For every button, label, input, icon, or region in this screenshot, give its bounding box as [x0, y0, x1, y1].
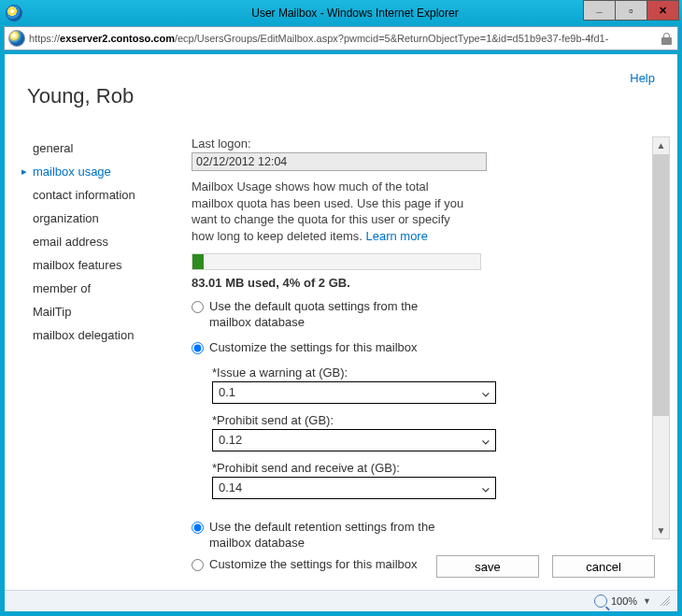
sidebar-item-general[interactable]: general	[23, 136, 168, 160]
quota-label-default: Use the default quota settings from the …	[209, 299, 452, 331]
address-bar[interactable]: https://exserver2.contoso.com/ecp/UsersG…	[4, 26, 678, 50]
sidebar-item-mailtip[interactable]: MailTip	[23, 300, 168, 323]
retention-option-default[interactable]: Use the default retention settings from …	[192, 520, 649, 552]
last-logon-label: Last logon:	[192, 136, 649, 150]
prohibit-sendrecv-select[interactable]: 0.14 ⌵	[212, 477, 496, 499]
chevron-down-icon: ⌵	[482, 385, 490, 399]
quota-label-custom: Customize the settings for this mailbox	[209, 340, 452, 356]
usage-summary: 83.01 MB used, 4% of 2 GB.	[192, 276, 649, 290]
address-url[interactable]: https://exserver2.contoso.com/ecp/UsersG…	[29, 33, 656, 44]
sidebar-item-mailbox-usage[interactable]: mailbox usage	[23, 160, 168, 183]
sidebar-item-member-of[interactable]: member of	[23, 277, 168, 300]
scroll-up-icon[interactable]: ▲	[653, 137, 669, 153]
sidebar-item-contact-information[interactable]: contact information	[23, 183, 168, 207]
last-logon-value: 02/12/2012 12:04	[192, 152, 487, 171]
scroll-down-icon[interactable]: ▼	[653, 523, 669, 538]
ie-address-icon	[8, 30, 25, 47]
warn-label: *Issue a warning at (GB):	[212, 365, 649, 380]
minimize-button[interactable]: _	[583, 0, 616, 21]
sidebar-item-mailbox-features[interactable]: mailbox features	[23, 253, 168, 277]
sidebar-item-mailbox-delegation[interactable]: mailbox delegation	[23, 323, 168, 347]
prohibit-send-label: *Prohibit send at (GB):	[212, 413, 649, 427]
chevron-down-icon: ⌵	[482, 480, 490, 494]
resize-grip-icon[interactable]	[661, 596, 670, 606]
sidebar-item-email-address[interactable]: email address	[23, 230, 168, 253]
lock-icon	[661, 33, 672, 45]
page-content: Help Young, Rob general mailbox usage co…	[5, 54, 677, 611]
quota-option-default[interactable]: Use the default quota settings from the …	[192, 299, 649, 331]
quota-radio-custom[interactable]	[192, 342, 204, 354]
help-link[interactable]: Help	[630, 71, 655, 85]
title-bar[interactable]: User Mailbox - Windows Internet Explorer…	[0, 0, 682, 26]
status-bar: 100% ▼	[5, 590, 677, 611]
prohibit-sendrecv-value: 0.14	[219, 480, 242, 494]
maximize-button[interactable]: ▫	[615, 0, 647, 21]
url-host: exserver2.contoso.com	[60, 33, 175, 44]
page-title: Young, Rob	[27, 84, 134, 108]
window-frame: User Mailbox - Windows Internet Explorer…	[0, 0, 682, 616]
warn-select[interactable]: 0.1 ⌵	[212, 381, 496, 404]
prohibit-send-select[interactable]: 0.12 ⌵	[212, 429, 496, 451]
cancel-button[interactable]: cancel	[552, 555, 655, 578]
retention-radio-default[interactable]	[192, 522, 204, 534]
usage-progress-bar	[192, 253, 481, 270]
scroll-thumb[interactable]	[653, 154, 669, 416]
chevron-down-icon: ⌵	[482, 433, 490, 447]
sidebar-item-organization[interactable]: organization	[23, 207, 168, 230]
window-buttons: _ ▫ ✕	[584, 0, 679, 19]
zoom-level[interactable]: 100%	[611, 595, 637, 607]
quota-radio-default[interactable]	[192, 301, 204, 313]
learn-more-link[interactable]: Learn more	[365, 229, 427, 243]
retention-radio-custom[interactable]	[192, 559, 204, 571]
save-button[interactable]: save	[436, 555, 539, 578]
url-path: /ecp/UsersGroups/EditMailbox.aspx?pwmcid…	[175, 33, 608, 44]
sidebar-nav: general mailbox usage contact informatio…	[23, 136, 168, 347]
button-row: save cancel	[436, 555, 655, 578]
prohibit-send-value: 0.12	[219, 433, 242, 447]
zoom-chevron-down-icon[interactable]: ▼	[643, 596, 651, 606]
prohibit-sendrecv-label: *Prohibit send and receive at (GB):	[212, 461, 649, 475]
warn-value: 0.1	[219, 385, 235, 399]
url-scheme: https://	[29, 33, 60, 44]
retention-label-custom: Customize the settings for this mailbox	[209, 557, 452, 573]
zoom-icon[interactable]	[594, 595, 607, 608]
quota-option-custom[interactable]: Customize the settings for this mailbox	[192, 340, 649, 356]
scrollbar[interactable]: ▲ ▼	[652, 136, 670, 539]
main-panel: Last logon: 02/12/2012 12:04 Mailbox Usa…	[192, 136, 649, 539]
usage-description: Mailbox Usage shows how much of the tota…	[192, 179, 472, 244]
ie-icon	[6, 5, 22, 21]
retention-label-default: Use the default retention settings from …	[209, 520, 452, 552]
usage-progress-fill	[192, 254, 204, 269]
close-button[interactable]: ✕	[646, 0, 679, 21]
